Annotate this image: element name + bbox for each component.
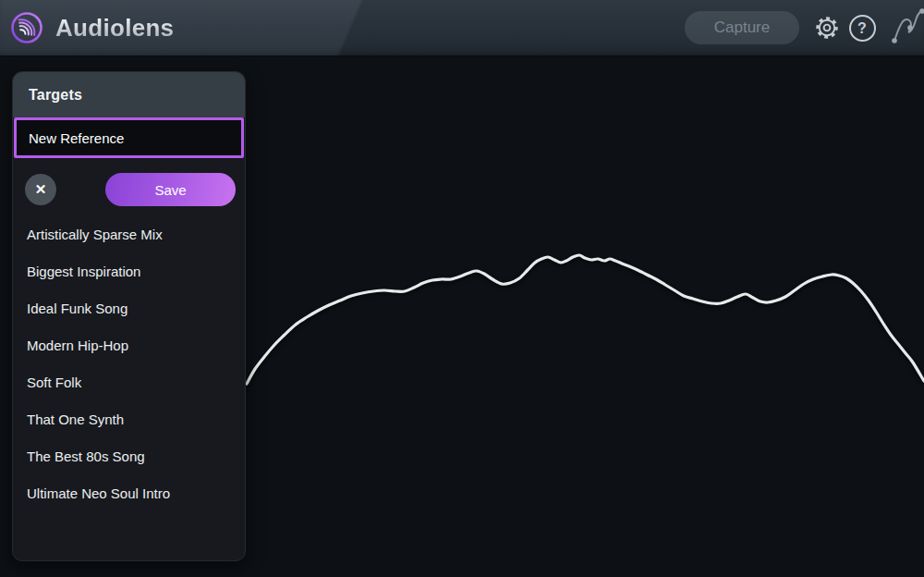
signal-wave-icon	[881, 4, 924, 52]
cancel-reference-button[interactable]: ✕	[25, 174, 56, 205]
help-button[interactable]: ?	[846, 12, 878, 43]
target-item-ultimate-neo-soul-intro[interactable]: Ultimate Neo Soul Intro	[13, 475, 245, 512]
close-icon: ✕	[35, 181, 47, 198]
target-item-ideal-funk-song[interactable]: Ideal Funk Song	[13, 290, 245, 327]
capture-button[interactable]: Capture	[685, 11, 799, 44]
reference-actions: ✕ Save	[13, 173, 245, 206]
target-item-biggest-inspiration[interactable]: Biggest Inspiration	[13, 253, 245, 290]
target-item-modern-hip-hop[interactable]: Modern Hip-Hop	[13, 327, 245, 364]
targets-panel: Targets ✕ Save Artistically Sparse Mix B…	[12, 71, 246, 561]
audiolens-logo-icon	[8, 9, 45, 46]
app-title: Audiolens	[55, 14, 174, 43]
gear-icon	[813, 14, 841, 42]
signal-chain-button[interactable]	[881, 4, 924, 52]
save-button[interactable]: Save	[105, 173, 236, 206]
target-item-the-best-80s-song[interactable]: The Best 80s Song	[13, 438, 245, 475]
targets-panel-header: Targets	[13, 72, 245, 117]
target-item-that-one-synth[interactable]: That One Synth	[13, 401, 245, 438]
spectrum-line	[247, 255, 924, 384]
settings-button[interactable]	[811, 12, 843, 43]
help-icon: ?	[849, 15, 876, 42]
reference-name-input[interactable]	[14, 117, 244, 158]
target-item-artistically-sparse-mix[interactable]: Artistically Sparse Mix	[13, 216, 245, 253]
target-list: Artistically Sparse Mix Biggest Inspirat…	[13, 216, 245, 512]
panel-title: Targets	[29, 87, 82, 104]
topbar: Audiolens Capture ?	[0, 0, 924, 55]
target-item-soft-folk[interactable]: Soft Folk	[13, 364, 245, 401]
